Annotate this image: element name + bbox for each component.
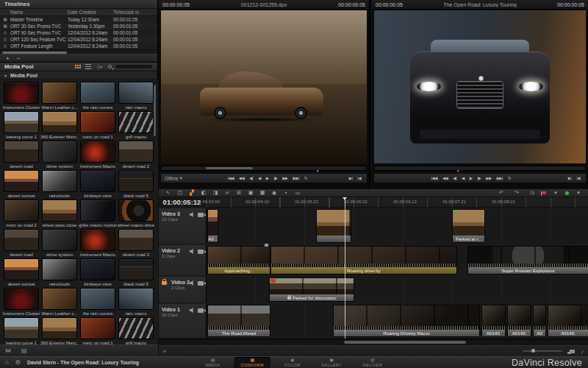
transport-button[interactable]: ◀| (453, 176, 456, 180)
proxy-mode-dropdown[interactable]: Offline▾ (161, 175, 186, 181)
media-item[interactable]: leaning curve 1 (2, 111, 40, 140)
media-item[interactable]: grille macro motion (79, 199, 117, 228)
timelines-hscrollbar-handle[interactable] (2, 52, 67, 54)
source-scrub-handle[interactable] (206, 167, 253, 169)
tree-caret-icon[interactable]: ▾ (4, 74, 7, 78)
audio-waveform-icon[interactable]: ♪ (581, 348, 584, 355)
select-tool[interactable]: ↖ (162, 189, 174, 197)
tab-gallery[interactable]: ▣GALLERY (315, 357, 349, 368)
transport-button[interactable]: ▶▶| (497, 176, 503, 180)
media-item[interactable]: merc on road 2 (2, 199, 40, 228)
clip[interactable] (316, 209, 351, 243)
clip[interactable]: Parked at r... (452, 209, 485, 243)
timeline-zoom-slider[interactable] (523, 350, 562, 352)
clip[interactable]: Parked for discussion (269, 277, 354, 302)
transport-button[interactable]: ▶▶ (486, 176, 491, 180)
track-lane[interactable]: Parked for discussion (207, 277, 588, 302)
speaker-icon[interactable] (190, 212, 195, 217)
timeline-hscrollbar[interactable] (159, 339, 588, 345)
clip[interactable]: A0140. (481, 305, 506, 337)
timeline-list-row[interactable]: ▦Master TimelineToday 12:30am00:00:01:05 (0, 16, 157, 23)
media-pool-tree-item[interactable]: ▾ Media Pool (0, 71, 157, 79)
track-lane[interactable]: The Road AheadRoaring Driveby MacroA0140… (207, 304, 588, 338)
media-pool-vscrollbar[interactable] (154, 85, 156, 136)
collapse-tracks-icon[interactable]: « (163, 348, 166, 355)
undo-icon[interactable]: ↶ (495, 189, 507, 197)
speaker-icon[interactable] (190, 280, 195, 286)
mark-button[interactable]: |◀ (357, 176, 361, 180)
media-item[interactable]: leaning curve 1 (2, 317, 40, 344)
marker-dot-icon[interactable]: • (280, 189, 292, 197)
media-item[interactable]: birdseye view (79, 170, 117, 199)
gear-icon[interactable]: ⚙ (15, 359, 21, 366)
track-header[interactable]: Video 120 Clips (159, 304, 207, 338)
transport-button[interactable]: ▶▶| (293, 176, 299, 180)
search-input[interactable] (115, 64, 153, 69)
remove-timeline-button[interactable]: − (17, 55, 21, 62)
media-item[interactable]: desert road 2 (117, 141, 155, 169)
clip[interactable]: A0140. (548, 305, 588, 337)
speaker-icon[interactable] (190, 308, 195, 313)
timeline-list-row[interactable]: ▦ORT 30 Sec Promo TVCYesterday 1:30pm00:… (0, 23, 157, 29)
clip-sort-icon[interactable]: ⟨⟩▾ (97, 65, 102, 69)
transport-button[interactable]: |▶ (273, 176, 277, 180)
razor-tool[interactable]: ▞ (186, 189, 198, 197)
flag-icon[interactable] (542, 191, 546, 194)
media-item[interactable]: Instrument Macro (79, 229, 117, 258)
camera-icon[interactable] (198, 308, 204, 313)
tab-media[interactable]: ▤MEDIA (199, 357, 227, 368)
transport-button[interactable]: |▶ (478, 176, 481, 180)
media-item[interactable]: desert road 2 (117, 229, 155, 258)
transport-button[interactable]: |◀◀ (431, 176, 437, 180)
media-item[interactable]: desert road (2, 229, 40, 258)
media-item[interactable]: desert sunset (2, 258, 40, 287)
mark-button[interactable]: ▶| (349, 176, 353, 180)
snapshot-icon[interactable]: ◉ (268, 189, 280, 197)
track-lane[interactable]: Approaching...Roaring drive-bySuper Russ… (207, 245, 588, 275)
camera-icon[interactable] (198, 250, 204, 254)
camera-icon[interactable]: ▣ (245, 189, 257, 197)
trim-out-tool[interactable]: ◨ (209, 189, 221, 197)
media-item[interactable]: merc on road 1 (79, 111, 117, 140)
transport-button[interactable]: ▶ (470, 176, 473, 180)
media-item[interactable]: idrive system (40, 229, 79, 258)
home-icon[interactable]: ⌂ (5, 359, 9, 366)
media-item[interactable]: Warm Leather c... (40, 288, 79, 316)
media-item[interactable]: merc on road 1 (79, 317, 117, 344)
timeline-list-row[interactable]: ◎ORT 120 Sec Feature TVC12/04/2012 8:24a… (0, 36, 157, 43)
media-item[interactable]: rain macro (117, 288, 155, 316)
media-item[interactable]: 360 Exterior Merc... (40, 317, 79, 344)
transport-button[interactable]: ↻ (304, 176, 307, 180)
media-item[interactable]: desert sunset (2, 170, 40, 199)
mark-button[interactable]: |◀ (576, 176, 580, 180)
clip[interactable]: Roaring drive-by (270, 246, 457, 275)
tab-color[interactable]: ◉COLOR (278, 357, 307, 368)
transport-button[interactable]: ◀ (258, 176, 261, 180)
media-item[interactable]: black road 5 (117, 170, 155, 199)
media-item[interactable]: Instrument Cluster (2, 288, 40, 316)
transport-button[interactable]: ◀◀ (442, 176, 448, 180)
search-icon[interactable] (108, 65, 112, 68)
redo-icon[interactable]: ↷ (511, 189, 523, 197)
media-item[interactable]: desert road (2, 141, 40, 169)
media-item[interactable]: the rain comes (79, 288, 117, 316)
media-item[interactable]: wheel pass close (40, 199, 79, 228)
clip[interactable]: A0... (207, 209, 218, 243)
mark-button[interactable]: ▶| (568, 176, 572, 180)
marker-caret-icon[interactable]: ▾ (573, 189, 584, 197)
speaker-icon[interactable] (190, 249, 195, 254)
track-header[interactable]: Video 23 Clips (159, 277, 207, 302)
playhead[interactable] (345, 197, 345, 339)
zoom-slider-handle[interactable] (531, 349, 535, 353)
keyboard-icon[interactable]: ▭ (292, 189, 304, 197)
timeline-list-row[interactable]: ◎ORT 90 Sec Promo TVC12/04/2012 8:24am00… (0, 29, 157, 36)
clip[interactable]: Roaring Driveby Macro (333, 305, 480, 337)
track-header[interactable]: Video 312 Clips (159, 208, 207, 244)
transport-button[interactable]: ↻ (508, 176, 511, 180)
media-item[interactable]: grill macro (117, 111, 155, 140)
tab-conform[interactable]: ▦CONFORM (234, 357, 270, 368)
media-item[interactable]: 360 Exterior Merc... (40, 111, 79, 140)
transport-button[interactable]: |◀◀ (227, 176, 233, 180)
clip[interactable]: A0 (533, 305, 546, 337)
media-item[interactable]: the rain comes (79, 82, 117, 110)
